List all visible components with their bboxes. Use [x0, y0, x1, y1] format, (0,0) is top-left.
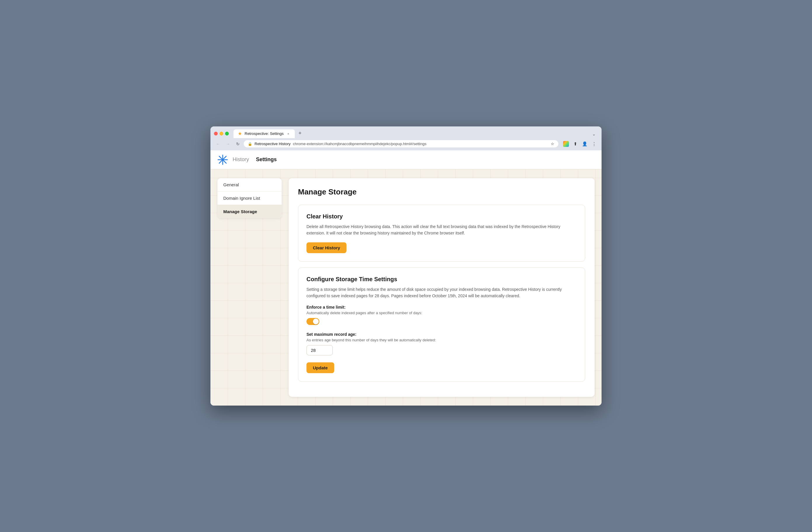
configure-storage-title: Configure Storage Time Settings: [306, 276, 577, 283]
max-age-sublabel: As entries age beyond this number of day…: [306, 338, 577, 342]
tab-title: Retrospective: Settings: [245, 131, 284, 136]
toggle-container: [306, 318, 577, 325]
nav-history[interactable]: History: [233, 155, 249, 164]
menu-icon[interactable]: ⋮: [590, 140, 598, 148]
max-age-input[interactable]: [306, 345, 333, 355]
site-name: Retrospective History: [255, 142, 291, 146]
close-button[interactable]: [214, 132, 218, 135]
app-header: History Settings: [211, 150, 601, 169]
max-age-label: Set maximum record age:: [306, 332, 577, 337]
back-btn[interactable]: ←: [214, 140, 222, 148]
clear-history-description: Delete all Retrospective History browsin…: [306, 224, 577, 236]
secure-icon: 🔒: [248, 142, 252, 146]
app-logo: [217, 155, 228, 165]
configure-storage-card: Configure Storage Time Settings Setting …: [298, 268, 585, 382]
enforce-toggle[interactable]: [306, 318, 319, 325]
tab-bar: Retrospective: Settings × + ⌄: [233, 129, 598, 138]
address-bar-row: ← → ↻ 🔒 Retrospective History chrome-ext…: [211, 138, 601, 150]
nav-settings[interactable]: Settings: [256, 155, 277, 164]
enforce-sublabel: Automatically delete indexed pages after…: [306, 311, 577, 315]
reload-btn[interactable]: ↻: [234, 140, 242, 148]
sidebar-item-manage-storage[interactable]: Manage Storage: [217, 205, 282, 218]
profile-icon[interactable]: 👤: [581, 140, 589, 148]
address-right-icons: ☆: [551, 142, 554, 146]
page-title: Manage Storage: [298, 187, 585, 197]
ext-colorful-icon: [563, 141, 569, 147]
share-icon[interactable]: ⬆: [571, 140, 579, 148]
sidebar-menu: General Domain Ignore List Manage Storag…: [217, 178, 282, 218]
app-content: History Settings General Domain Ignore L…: [211, 150, 601, 406]
star-icon[interactable]: ☆: [551, 142, 554, 146]
address-bar[interactable]: 🔒 Retrospective History chrome-extension…: [244, 140, 559, 147]
sidebar: General Domain Ignore List Manage Storag…: [217, 178, 282, 397]
forward-btn[interactable]: →: [224, 140, 232, 148]
titlebar: Retrospective: Settings × + ⌄: [211, 126, 601, 138]
extensions-icon[interactable]: [562, 140, 570, 148]
clear-history-card: Clear History Delete all Retrospective H…: [298, 205, 585, 262]
sidebar-item-general[interactable]: General: [217, 178, 282, 191]
tab-dropdown-btn[interactable]: ⌄: [590, 130, 598, 138]
sidebar-item-domain-ignore[interactable]: Domain Ignore List: [217, 191, 282, 205]
enforce-time-limit-group: Enforce a time limit: Automatically dele…: [306, 305, 577, 325]
clear-history-button[interactable]: Clear History: [306, 242, 346, 253]
browser-window: Retrospective: Settings × + ⌄ ← → ↻ 🔒 Re…: [211, 126, 601, 406]
traffic-lights: [214, 132, 229, 135]
app-nav: History Settings: [233, 155, 277, 164]
new-tab-btn[interactable]: +: [296, 129, 304, 138]
tab-close-btn[interactable]: ×: [286, 131, 291, 136]
maximize-button[interactable]: [225, 132, 229, 135]
address-url: chrome-extension://kahcmjbnaccdbpnemeihm…: [293, 142, 426, 146]
main-layout: General Domain Ignore List Manage Storag…: [211, 169, 601, 406]
update-button[interactable]: Update: [306, 362, 334, 373]
max-age-group: Set maximum record age: As entries age b…: [306, 332, 577, 355]
clear-history-title: Clear History: [306, 213, 577, 220]
enforce-label: Enforce a time limit:: [306, 305, 577, 310]
toolbar-icons: ⬆ 👤 ⋮: [562, 140, 598, 148]
configure-storage-description: Setting a storage time limit helps reduc…: [306, 286, 577, 299]
active-tab[interactable]: Retrospective: Settings ×: [233, 129, 295, 138]
minimize-button[interactable]: [219, 132, 223, 135]
main-content: Manage Storage Clear History Delete all …: [289, 178, 595, 397]
tab-favicon: [237, 131, 242, 136]
